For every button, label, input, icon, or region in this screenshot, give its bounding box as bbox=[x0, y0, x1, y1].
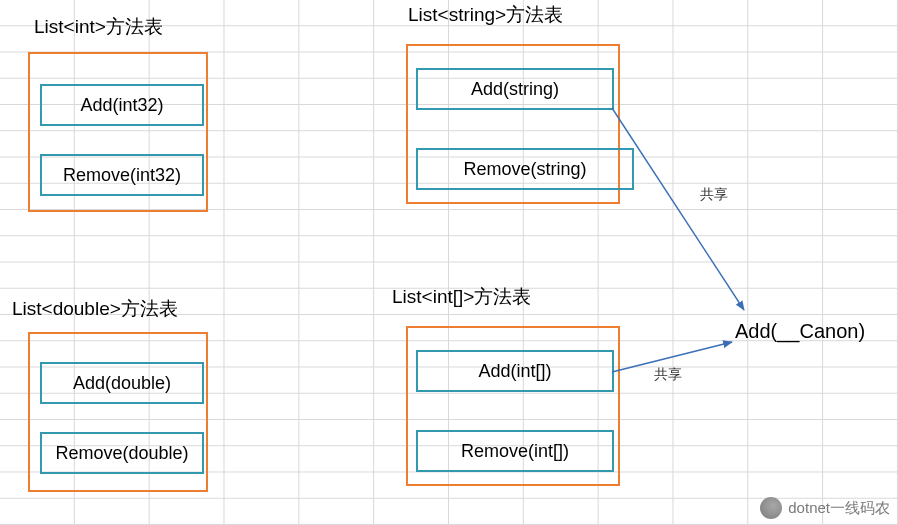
share-label-1: 共享 bbox=[700, 186, 728, 204]
method-add-int32: Add(int32) bbox=[40, 84, 204, 126]
method-remove-double: Remove(double) bbox=[40, 432, 204, 474]
title-list-double: List<double>方法表 bbox=[12, 296, 178, 322]
shared-target: Add(__Canon) bbox=[735, 320, 865, 343]
watermark: dotnet一线码农 bbox=[760, 497, 890, 519]
share-label-2: 共享 bbox=[654, 366, 682, 384]
method-remove-string: Remove(string) bbox=[416, 148, 634, 190]
diagram-canvas: List<int>方法表 Add(int32) Remove(int32) Li… bbox=[0, 0, 898, 525]
arrow-string-to-canon bbox=[612, 108, 744, 310]
method-remove-int32: Remove(int32) bbox=[40, 154, 204, 196]
method-remove-intarr: Remove(int[]) bbox=[416, 430, 614, 472]
title-list-intarr: List<int[]>方法表 bbox=[392, 284, 531, 310]
title-list-string: List<string>方法表 bbox=[408, 2, 563, 28]
method-add-intarr: Add(int[]) bbox=[416, 350, 614, 392]
method-add-double: Add(double) bbox=[40, 362, 204, 404]
watermark-text: dotnet一线码农 bbox=[788, 499, 890, 518]
watermark-icon bbox=[760, 497, 782, 519]
method-add-string: Add(string) bbox=[416, 68, 614, 110]
title-list-int: List<int>方法表 bbox=[34, 14, 163, 40]
